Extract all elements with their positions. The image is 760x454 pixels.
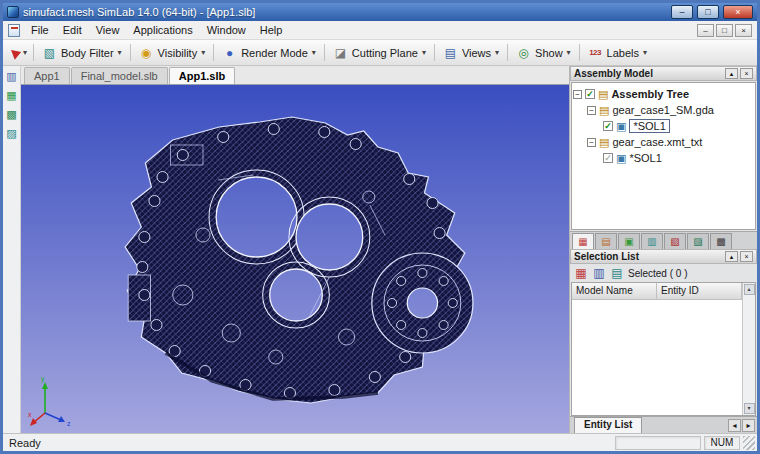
panel-collapse-icon[interactable]: ▴	[725, 251, 738, 262]
chevron-down-icon: ▾	[312, 48, 316, 57]
mesh-icon[interactable]: ▦	[5, 89, 18, 102]
toolbar-separator	[507, 44, 508, 61]
column-model-name[interactable]: Model Name	[572, 283, 657, 300]
assembly-tab-icon-7[interactable]: ▩	[710, 233, 732, 249]
visibility-group[interactable]: ◉ Visibility ▾	[137, 44, 208, 61]
grid-icon[interactable]: ▩	[5, 108, 18, 121]
body-filter-group[interactable]: ▧ Body Filter ▾	[40, 44, 124, 61]
menu-file[interactable]: File	[24, 22, 56, 38]
cutting-plane-label: Cutting Plane	[352, 47, 418, 59]
menu-view[interactable]: View	[89, 22, 127, 38]
cutting-plane-group[interactable]: ◪ Cutting Plane ▾	[331, 44, 428, 61]
chevron-down-icon: ▾	[422, 48, 426, 57]
resize-grip[interactable]	[743, 436, 755, 450]
tree-row-root[interactable]: − ✓ ▤ Assembly Tree	[573, 86, 754, 102]
3d-viewport[interactable]: y x z	[21, 85, 569, 433]
mdi-restore-button[interactable]: □	[716, 24, 733, 37]
app-window: simufact.mesh SimLab 14.0 (64-bit) - [Ap…	[0, 0, 760, 454]
render-mode-label: Render Mode	[241, 47, 308, 59]
close-button[interactable]: ×	[723, 5, 753, 19]
chevron-down-icon: ▾	[201, 48, 205, 57]
expander-icon[interactable]: −	[573, 90, 582, 99]
menu-window[interactable]: Window	[200, 22, 253, 38]
assembly-tab-icon-3[interactable]: ▣	[618, 233, 640, 249]
column-entity-id[interactable]: Entity ID	[657, 283, 742, 300]
panel-collapse-icon[interactable]: ▴	[725, 68, 738, 79]
axis-y-label: y	[41, 375, 45, 383]
menu-edit[interactable]: Edit	[56, 22, 89, 38]
mdi-close-button[interactable]: ×	[735, 24, 752, 37]
titlebar: simufact.mesh SimLab 14.0 (64-bit) - [Ap…	[3, 3, 757, 21]
checkbox-unchecked[interactable]: ✓	[603, 153, 613, 163]
axis-z-label: z	[67, 420, 71, 427]
selection-panel-title: Selection List	[574, 251, 639, 262]
tree-root-label: Assembly Tree	[611, 88, 689, 100]
chevron-down-icon: ▾	[643, 48, 647, 57]
clear-selection-icon[interactable]: ▦	[574, 266, 588, 280]
body-filter-label: Body Filter	[61, 47, 114, 59]
select-dropdown-icon[interactable]: ▾	[23, 48, 27, 57]
expander-icon[interactable]: −	[587, 106, 596, 115]
views-group[interactable]: ▤ Views ▾	[441, 44, 501, 61]
right-panel: Assembly Model ▴ × − ✓ ▤ Assembly Tree −…	[569, 66, 757, 433]
checkbox-checked[interactable]: ✓	[603, 121, 613, 131]
show-icon: ◎	[516, 45, 531, 60]
axis-x-label: x	[28, 411, 32, 418]
scroll-up-icon[interactable]: ▴	[744, 284, 755, 295]
expander-icon[interactable]: −	[587, 138, 596, 147]
assembly-tab-icon-5[interactable]: ▧	[664, 233, 686, 249]
show-group[interactable]: ◎ Show ▾	[514, 44, 573, 61]
menu-applications[interactable]: Applications	[126, 22, 199, 38]
panel-close-icon[interactable]: ×	[740, 68, 753, 79]
entity-tab-strip: Entity List ◂ ▸	[570, 416, 757, 433]
labels-123-icon: 123	[588, 45, 603, 60]
assembly-tab-icon-6[interactable]: ▨	[687, 233, 709, 249]
content-area: ▥ ▦ ▩ ▨ App1 Final_model.slb App1.slb	[3, 66, 757, 433]
tab-scroll-left-icon[interactable]: ◂	[728, 419, 741, 432]
checkbox-checked[interactable]: ✓	[585, 89, 595, 99]
gear-case-mesh-model	[21, 85, 569, 433]
assembly-tab-icon-4[interactable]: ▥	[641, 233, 663, 249]
copy-selection-icon[interactable]: ▥	[592, 266, 606, 280]
selection-panel: Selection List ▴ × ▦ ▥ ▤ Selected ( 0 ) …	[570, 249, 757, 433]
center-area: App1 Final_model.slb App1.slb	[21, 66, 569, 433]
render-mode-group[interactable]: ● Render Mode ▾	[220, 44, 318, 61]
scroll-down-icon[interactable]: ▾	[744, 403, 755, 414]
mdi-minimize-button[interactable]: –	[697, 24, 714, 37]
vertical-scrollbar[interactable]: ▴ ▾	[742, 283, 755, 415]
main-toolbar: ▾ ▧ Body Filter ▾ ◉ Visibility ▾ ● Rende…	[3, 40, 757, 66]
views-label: Views	[462, 47, 491, 59]
tab-final-model[interactable]: Final_model.slb	[71, 67, 168, 84]
assembly-tab-icon-1[interactable]: ▦	[572, 233, 594, 249]
assembly-tab-icon-2[interactable]: ▤	[595, 233, 617, 249]
model-icon[interactable]: ▨	[5, 127, 18, 140]
panel-close-icon[interactable]: ×	[740, 251, 753, 262]
cutting-plane-icon: ◪	[333, 45, 348, 60]
monitor-icon[interactable]: ▥	[5, 70, 18, 83]
tab-entity-list[interactable]: Entity List	[574, 417, 642, 433]
tree-node-label: *SOL1	[629, 152, 661, 164]
list-selection-icon[interactable]: ▤	[610, 266, 624, 280]
minimize-button[interactable]: –	[671, 5, 693, 19]
select-arrow-icon[interactable]	[8, 46, 21, 59]
selection-panel-header: Selection List ▴ ×	[570, 249, 757, 264]
table-body-empty[interactable]	[572, 300, 742, 415]
views-icon: ▤	[443, 45, 458, 60]
labels-group[interactable]: 123 Labels ▾	[586, 44, 649, 61]
tab-app1[interactable]: App1	[24, 67, 70, 84]
tab-scroll-right-icon[interactable]: ▸	[742, 419, 755, 432]
component-icon: ▤	[599, 104, 609, 117]
show-label: Show	[535, 47, 563, 59]
tree-row-gear-case-xmt[interactable]: − ▤ gear_case.xmt_txt	[573, 134, 754, 150]
component-icon: ▤	[599, 136, 609, 149]
status-ready-label: Ready	[9, 437, 612, 449]
tree-row-sol1-selected[interactable]: ✓ ▣ *SOL1	[573, 118, 754, 134]
tree-row-gear-case1[interactable]: − ▤ gear_case1_SM.gda	[573, 102, 754, 118]
table-header-row: Model Name Entity ID	[572, 283, 742, 300]
assembly-icon: ▤	[598, 88, 608, 101]
status-num-indicator: NUM	[704, 436, 740, 450]
maximize-button[interactable]: □	[697, 5, 719, 19]
tab-app1-slb[interactable]: App1.slb	[169, 67, 235, 84]
menu-help[interactable]: Help	[253, 22, 290, 38]
tree-row-sol1-2[interactable]: ✓ ▣ *SOL1	[573, 150, 754, 166]
